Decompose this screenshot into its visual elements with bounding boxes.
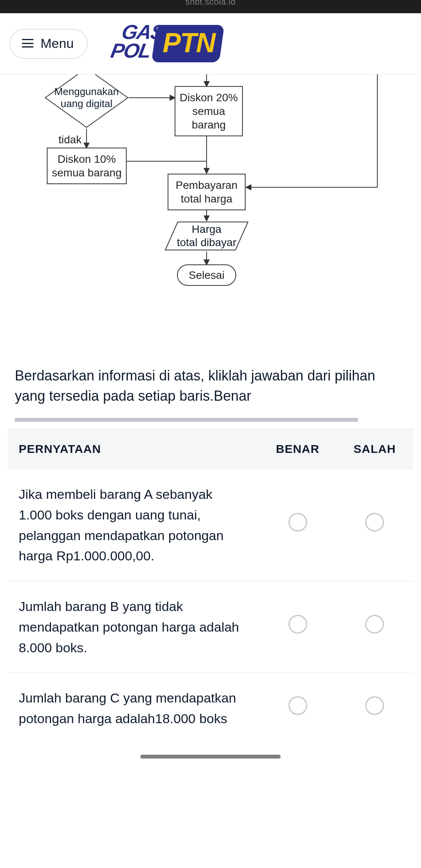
table-row: Jika membeli barang A sebanyak 1.000 bok…: [8, 469, 413, 581]
device-home-area: [0, 744, 421, 769]
url-text: snbt.scola.id: [186, 0, 236, 7]
home-indicator[interactable]: [140, 755, 281, 759]
col-header-false: SALAH: [336, 429, 413, 469]
menu-button[interactable]: Menu: [9, 29, 88, 59]
logo-text-pol: POL: [109, 39, 152, 62]
flowchart-image: Menggunakan uang digital tidak Diskon 10…: [8, 74, 413, 347]
radio-true-1[interactable]: [288, 615, 307, 634]
flowchart-decision-digital: Menggunakan uang digital: [44, 74, 129, 129]
browser-url-bar: snbt.scola.id: [0, 0, 421, 13]
radio-false-0[interactable]: [365, 513, 384, 532]
menu-label: Menu: [41, 36, 74, 51]
progress-bar: [15, 418, 405, 422]
logo-badge-ptn: PTN: [151, 25, 224, 62]
question-text: Berdasarkan informasi di atas, kliklah j…: [8, 347, 413, 418]
flowchart-box-discount20: Diskon 20% semua barang: [175, 86, 243, 136]
main-content: Menggunakan uang digital tidak Diskon 10…: [0, 74, 421, 744]
statement-cell: Jika membeli barang A sebanyak 1.000 bok…: [8, 469, 259, 581]
app-header: Menu GAS POL PTN: [0, 13, 421, 74]
radio-false-2[interactable]: [365, 696, 384, 715]
table-row: Jumlah barang B yang tidak mendapatkan p…: [8, 581, 413, 673]
statement-cell: Jumlah barang C yang mendapatkan potonga…: [8, 673, 259, 744]
flowchart-box-payment: Pembayaran total harga: [168, 174, 246, 210]
site-logo[interactable]: GAS POL PTN: [111, 20, 251, 67]
flowchart-parallelogram-price: Harga total dibayar: [164, 220, 249, 252]
radio-true-2[interactable]: [288, 696, 307, 715]
statement-cell: Jumlah barang B yang tidak mendapatkan p…: [8, 581, 259, 673]
flowchart-box-discount10: Diskon 10% semua barang: [47, 148, 127, 184]
radio-false-1[interactable]: [365, 615, 384, 634]
radio-true-0[interactable]: [288, 513, 307, 532]
table-row: Jumlah barang C yang mendapatkan potonga…: [8, 673, 413, 744]
col-header-statement: PERNYATAAN: [8, 429, 259, 469]
flowchart-label-no: tidak: [58, 134, 81, 146]
col-header-true: BENAR: [259, 429, 336, 469]
statements-table: PERNYATAAN BENAR SALAH Jika membeli bara…: [8, 429, 413, 743]
hamburger-icon: [22, 39, 34, 48]
flowchart-terminator-end: Selesai: [177, 264, 236, 286]
